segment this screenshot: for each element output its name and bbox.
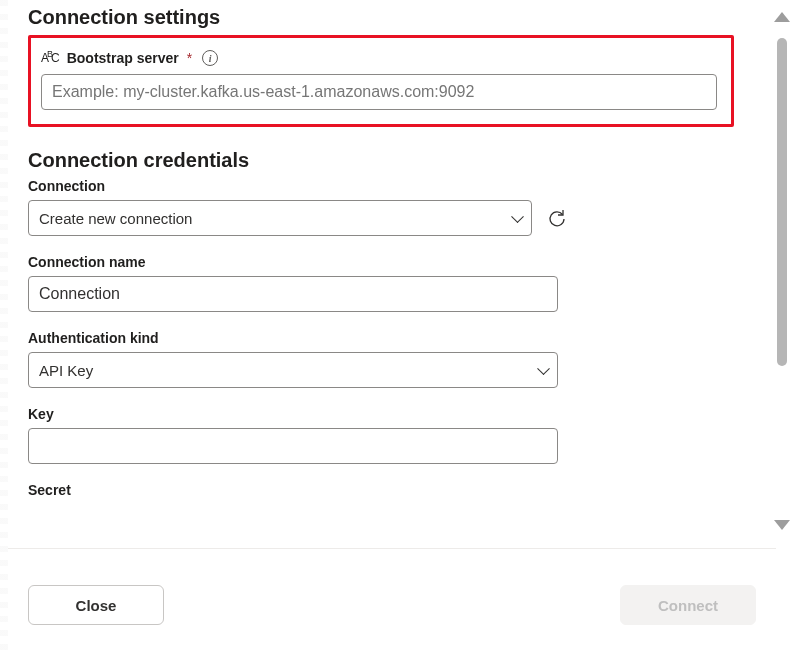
form-scroll-region: Connection settings ABC Bootstrap server… (8, 0, 754, 548)
close-button[interactable]: Close (28, 585, 164, 625)
secret-label: Secret (28, 482, 568, 498)
required-indicator: * (187, 50, 192, 66)
connect-button[interactable]: Connect (620, 585, 756, 625)
connection-name-field: Connection name (28, 254, 568, 312)
auth-kind-dropdown[interactable]: API Key (28, 352, 558, 388)
info-icon[interactable]: i (202, 50, 218, 66)
window-edge-decoration (0, 0, 8, 654)
connection-field: Connection Create new connection (28, 178, 568, 236)
key-field: Key (28, 406, 568, 464)
refresh-icon[interactable] (546, 207, 568, 229)
auth-kind-selected-value: API Key (39, 362, 93, 379)
connection-selected-value: Create new connection (39, 210, 192, 227)
text-field-type-icon: ABC (41, 52, 59, 64)
close-button-label: Close (76, 597, 117, 614)
scrollbar-thumb[interactable] (777, 38, 787, 366)
bootstrap-server-label-row: ABC Bootstrap server * i (41, 50, 717, 66)
connect-button-label: Connect (658, 597, 718, 614)
bootstrap-server-input[interactable] (41, 74, 717, 110)
connection-name-input[interactable] (28, 276, 558, 312)
connection-settings-heading: Connection settings (28, 6, 734, 29)
scroll-down-arrow-icon[interactable] (774, 520, 790, 530)
dialog-footer: Close Connect (8, 548, 776, 654)
scroll-up-arrow-icon[interactable] (774, 12, 790, 22)
secret-field: Secret (28, 482, 568, 498)
connection-credentials-heading: Connection credentials (28, 149, 734, 172)
connection-label: Connection (28, 178, 568, 194)
connection-name-label: Connection name (28, 254, 568, 270)
auth-kind-label: Authentication kind (28, 330, 568, 346)
connection-dropdown[interactable]: Create new connection (28, 200, 532, 236)
key-label: Key (28, 406, 568, 422)
bootstrap-server-highlight: ABC Bootstrap server * i (28, 35, 734, 127)
auth-kind-field: Authentication kind API Key (28, 330, 568, 388)
key-input[interactable] (28, 428, 558, 464)
bootstrap-server-label: Bootstrap server (67, 50, 179, 66)
scrollbar-track[interactable] (768, 6, 796, 648)
